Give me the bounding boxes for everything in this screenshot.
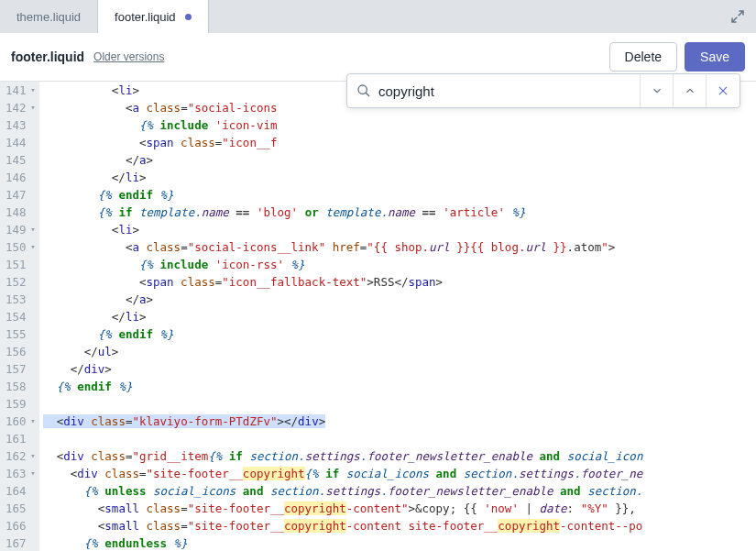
- gutter-line: 158: [5, 378, 36, 395]
- unsaved-dot-icon: [185, 14, 192, 20]
- code-line: </li>: [43, 308, 756, 325]
- expand-icon: [729, 8, 746, 25]
- code-line: </a>: [43, 291, 756, 308]
- subheader-actions: Delete Save: [609, 42, 745, 72]
- code-line: </a>: [43, 151, 756, 169]
- gutter-line: 167: [5, 534, 36, 551]
- gutter-line: 163▾: [5, 465, 36, 482]
- line-gutter: 141▾142▾143144145146147148149▾150▾151152…: [0, 82, 39, 551]
- gutter-line: 143: [5, 116, 36, 134]
- gutter-line: 147: [5, 186, 36, 204]
- code-line: <a class="social-icons__link" href="{{ s…: [43, 238, 756, 256]
- code-line: <div class="site-footer__copyright{% if …: [43, 465, 756, 482]
- gutter-line: 141▾: [5, 82, 36, 99]
- code-line: {% endif %}: [43, 186, 756, 204]
- code-line: [43, 430, 756, 447]
- search-icon: [356, 83, 371, 98]
- gutter-line: 150▾: [5, 238, 36, 256]
- code-line: {% endif %}: [43, 378, 756, 395]
- tab-label: footer.liquid: [115, 10, 176, 24]
- code-line: [43, 395, 756, 413]
- code-line: {% include 'icon-vim: [43, 116, 756, 134]
- gutter-line: 155: [5, 325, 36, 343]
- gutter-line: 160▾: [5, 413, 36, 430]
- svg-point-0: [358, 85, 367, 94]
- gutter-line: 162▾: [5, 447, 36, 465]
- gutter-line: 149▾: [5, 221, 36, 238]
- tab-footer[interactable]: footer.liquid: [98, 0, 209, 33]
- tab-bar: theme.liquid footer.liquid: [0, 0, 756, 33]
- code-line: {% endif %}: [43, 325, 756, 343]
- chevron-up-icon: [684, 84, 696, 97]
- gutter-line: 152: [5, 273, 36, 291]
- code-line: {% endunless %}: [43, 534, 756, 551]
- code-line: <span class="icon__f: [43, 134, 756, 151]
- code-line: <li>: [43, 221, 756, 238]
- code-line: {% unless social_icons and section.setti…: [43, 482, 756, 500]
- gutter-line: 144: [5, 134, 36, 151]
- file-name: footer.liquid: [11, 50, 84, 64]
- code-area[interactable]: <li> <a class="social-icons {% include '…: [39, 82, 756, 551]
- search-panel: [346, 73, 740, 108]
- gutter-line: 161: [5, 430, 36, 447]
- gutter-line: 164: [5, 482, 36, 500]
- code-line: </div>: [43, 360, 756, 378]
- tab-theme[interactable]: theme.liquid: [0, 0, 98, 33]
- code-line: <div class="grid__item{% if section.sett…: [43, 447, 756, 465]
- gutter-line: 153: [5, 291, 36, 308]
- gutter-line: 142▾: [5, 99, 36, 116]
- search-input[interactable]: [378, 83, 630, 99]
- gutter-line: 148: [5, 204, 36, 221]
- code-line: </li>: [43, 169, 756, 186]
- older-versions-link[interactable]: Older versions: [93, 50, 164, 63]
- search-prev-button[interactable]: [674, 74, 707, 107]
- gutter-line: 166: [5, 517, 36, 534]
- gutter-line: 154: [5, 308, 36, 325]
- tab-label: theme.liquid: [16, 10, 81, 24]
- code-line: {% include 'icon-rss' %}: [43, 256, 756, 273]
- save-button[interactable]: Save: [685, 42, 745, 72]
- gutter-line: 145: [5, 151, 36, 169]
- code-line: <small class="site-footer__copyright-con…: [43, 500, 756, 517]
- code-line: <div class="klaviyo-form-PTdZFv"></div>: [43, 413, 756, 430]
- delete-button[interactable]: Delete: [609, 42, 677, 72]
- code-line: <small class="site-footer__copyright-con…: [43, 517, 756, 534]
- gutter-line: 157: [5, 360, 36, 378]
- code-line: {% if template.name == 'blog' or templat…: [43, 204, 756, 221]
- search-close-button[interactable]: [707, 74, 740, 107]
- code-line: </ul>: [43, 343, 756, 360]
- gutter-line: 156: [5, 343, 36, 360]
- code-editor[interactable]: 141▾142▾143144145146147148149▾150▾151152…: [0, 82, 756, 551]
- search-next-button[interactable]: [641, 74, 674, 107]
- chevron-down-icon: [651, 84, 663, 97]
- svg-line-1: [366, 93, 369, 96]
- gutter-line: 151: [5, 256, 36, 273]
- gutter-line: 165: [5, 500, 36, 517]
- code-line: <span class="icon__fallback-text">RSS</s…: [43, 273, 756, 291]
- expand-editor-button[interactable]: [727, 6, 749, 28]
- close-icon: [717, 84, 729, 97]
- gutter-line: 159: [5, 395, 36, 413]
- search-input-wrap: [347, 74, 641, 107]
- gutter-line: 146: [5, 169, 36, 186]
